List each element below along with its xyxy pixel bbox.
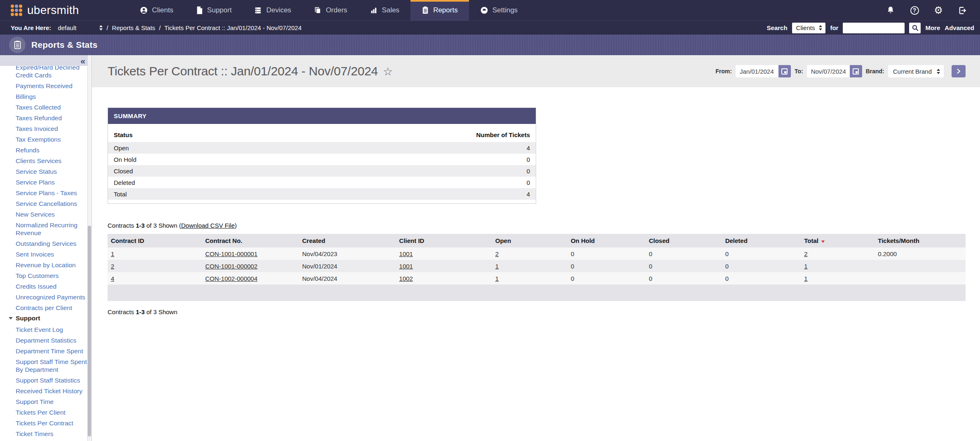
sidebar-item[interactable]: Normalized Recurring Revenue [16,221,87,237]
nav-tab-clients[interactable]: Clients [129,0,185,21]
total-count-link[interactable]: 1 [804,275,807,282]
sidebar-item[interactable]: Department Time Spent [16,347,87,355]
nav-tab-devices[interactable]: Devices [243,0,302,21]
sidebar-item[interactable]: Service Plans - Taxes [16,189,87,197]
sidebar-item[interactable]: Service Status [16,168,87,175]
summary-col-count: Number of Tickets [476,131,530,138]
nav-tab-reports[interactable]: Reports [410,0,469,21]
search-input[interactable] [843,23,905,33]
help-icon[interactable]: ? [909,5,920,16]
sidebar-item[interactable]: Revenue by Location [16,261,87,269]
sidebar-item[interactable]: Contracts per Client [16,304,87,312]
total-count-link[interactable]: 2 [804,250,807,257]
site-select[interactable]: default [58,24,103,31]
support-icon [196,6,203,14]
summary-columns-row: Status Number of Tickets [108,124,536,142]
sidebar-item[interactable]: Billings [16,93,87,100]
contract-id-link[interactable]: 4 [111,275,114,282]
report-main: Tickets Per Contract :: Jan/01/2024 - No… [92,55,980,441]
search-advanced-link[interactable]: Advanced [945,24,974,31]
breadcrumb-current[interactable]: Tickets Per Contract :: Jan/01/2024 - No… [164,24,302,31]
sidebar-item[interactable]: Clients Services [16,157,87,165]
sidebar-item[interactable]: Unrecognized Payments [16,293,87,301]
col-header-open[interactable]: Open [492,237,567,244]
col-header-created[interactable]: Created [299,237,396,244]
sidebar-item[interactable]: Tax Exemptions [16,135,87,143]
col-header-deleted[interactable]: Deleted [722,237,801,244]
favorite-star-icon[interactable]: ☆ [383,65,393,78]
sidebar-item[interactable]: Service Plans [16,178,87,186]
search-more-link[interactable]: More [925,24,940,31]
contract-no-link[interactable]: CON-1001-000001 [205,250,258,257]
to-date-input[interactable] [807,65,850,77]
col-header-closed[interactable]: Closed [645,237,722,244]
nav-tab-orders[interactable]: Orders [302,0,359,21]
contract-id-link[interactable]: 1 [111,250,114,257]
from-date-input[interactable] [736,65,778,77]
sidebar-item[interactable]: Top Customers [16,272,87,280]
download-csv-link[interactable]: Download CSV File [181,222,234,229]
sidebar-item[interactable]: Tickets Per Contract [16,419,87,427]
sidebar-item[interactable]: Taxes Collected [16,103,87,111]
contract-no-link[interactable]: CON-1001-000002 [205,263,258,270]
col-header-contract-id[interactable]: Contract ID [108,237,202,244]
contracts-table-header: Contract ID Contract No. Created Client … [108,234,966,247]
client-id-link[interactable]: 1002 [399,275,413,282]
col-header-on-hold[interactable]: On Hold [567,237,645,244]
col-header-contract-no[interactable]: Contract No. [202,237,299,244]
settings-gear-icon[interactable]: ⚙ [933,5,944,16]
sidebar-item[interactable]: Taxes Refunded [16,114,87,122]
sidebar-item[interactable]: Support Staff Time Spent By Department [16,358,87,373]
sidebar-item[interactable]: Service Cancellations [16,200,87,208]
col-header-total[interactable]: Total [801,237,874,244]
search-scope-select[interactable]: Clients [792,23,826,33]
breadcrumb-reports-stats[interactable]: Reports & Stats [112,24,155,31]
contract-id-link[interactable]: 2 [111,263,114,270]
sidebar-item[interactable]: Department Statistics [16,336,87,344]
contract-no-link[interactable]: CON-1002-000004 [205,275,258,282]
nav-tab-sales[interactable]: Sales [359,0,411,21]
sidebar-item[interactable]: Outstanding Services [16,240,87,247]
sidebar-scrollbar[interactable] [87,55,92,441]
nav-tab-support[interactable]: Support [185,0,243,21]
sidebar-collapse-icon[interactable]: « [80,56,85,65]
sidebar-item[interactable]: Refunds [16,146,87,154]
sidebar-item[interactable]: Received Ticket History [16,387,87,395]
client-id-link[interactable]: 1001 [399,263,413,270]
deleted-value: 0 [725,275,729,282]
notifications-bell-icon[interactable] [885,5,896,16]
sidebar-item[interactable]: Credits Issued [16,282,87,290]
sidebar-section-support[interactable]: Support [9,315,92,322]
sidebar-item[interactable]: Tickets Per Client [16,408,87,416]
sign-out-icon[interactable] [957,5,968,16]
table-row: 1 CON-1001-000001 Nov/04/2023 1001 2 0 0… [108,247,966,260]
sidebar-item[interactable]: Support Staff Statistics [16,376,87,384]
devices-icon [254,6,262,14]
brand-select[interactable]: Current Brand [888,65,944,77]
open-count-link[interactable]: 1 [495,263,499,270]
sidebar-item[interactable]: New Services [16,210,87,218]
sidebar-item[interactable]: Support Time [16,398,87,406]
orders-icon [314,6,322,14]
summary-status: Closed [114,168,133,175]
col-header-client-id[interactable]: Client ID [396,237,492,244]
sidebar-item[interactable]: Payments Received [16,82,87,90]
summary-count: 0 [527,179,530,186]
contracts-footer-caption: Contracts 1-3 of 3 Shown [108,308,980,315]
sidebar-item[interactable]: Ticket Timers [16,430,87,438]
from-calendar-button[interactable] [778,65,791,77]
sidebar-item[interactable]: Ticket Event Log [16,326,87,334]
client-id-link[interactable]: 1001 [399,250,413,257]
run-report-button[interactable] [952,65,966,77]
logo[interactable]: ubersmith [0,0,91,21]
open-count-link[interactable]: 1 [495,275,499,282]
sidebar-item[interactable]: Sent Invoices [16,250,87,258]
search-button[interactable] [909,23,921,33]
total-count-link[interactable]: 1 [804,263,807,270]
open-count-link[interactable]: 2 [495,250,499,257]
col-header-tickets-month[interactable]: Tickets/Month [874,237,966,244]
nav-tab-settings[interactable]: Settings [469,0,529,21]
to-calendar-button[interactable] [850,65,862,77]
sidebar-item[interactable]: Taxes Invoiced [16,125,87,133]
sidebar-scrollbar-thumb[interactable] [88,226,91,436]
